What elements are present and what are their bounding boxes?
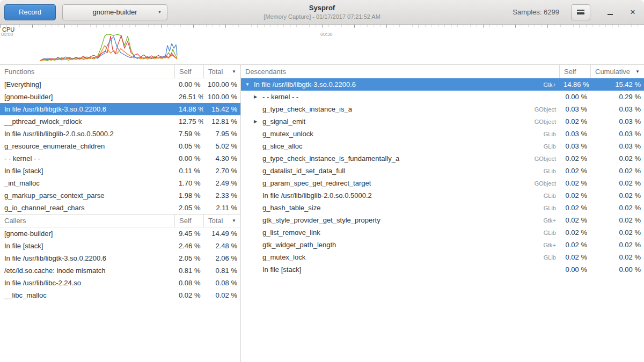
table-row[interactable]: [Everything]0.00 %100.00 % bbox=[0, 78, 240, 91]
tree-row[interactable]: g_param_spec_get_redirect_targetGObject0… bbox=[241, 177, 644, 189]
tree-row[interactable]: g_hash_table_sizeGLib0.02 %0.02 % bbox=[241, 202, 644, 214]
total-value: 2.06 % bbox=[203, 254, 240, 262]
table-row[interactable]: __pthread_rwlock_rdlock12.75 %12.81 % bbox=[0, 115, 240, 128]
self-value: 0.02 % bbox=[559, 117, 590, 125]
sort-descending-icon: ▼ bbox=[633, 69, 640, 74]
tree-row[interactable]: g_type_check_instance_is_fundamentally_a… bbox=[241, 152, 644, 165]
self-value: 0.02 % bbox=[559, 179, 590, 187]
category-badge: GObject bbox=[530, 106, 556, 113]
table-row[interactable]: In file /usr/lib/libgtk-3.so.0.2200.62.0… bbox=[0, 252, 240, 264]
expander-collapsed-icon[interactable]: ▶ bbox=[254, 95, 262, 99]
descendant-label: In file /usr/lib/libgtk-3.so.0.2200.6 bbox=[254, 80, 356, 88]
table-row[interactable]: _int_malloc1.70 %2.49 % bbox=[0, 177, 240, 189]
tree-row[interactable]: g_datalist_id_set_data_fullGLib0.02 %0.0… bbox=[241, 165, 644, 177]
table-row[interactable]: In file /usr/lib/libglib-2.0.so.0.5000.2… bbox=[0, 128, 240, 140]
descendants-table-header: Descendants Self Cumulative ▼ bbox=[241, 65, 644, 78]
column-header-functions[interactable]: Functions bbox=[0, 65, 174, 78]
cumulative-value: 0.02 % bbox=[590, 191, 644, 200]
self-value: 14.86 % bbox=[174, 105, 203, 113]
menu-button[interactable] bbox=[571, 4, 590, 20]
function-name: g_resource_enumerate_children bbox=[0, 142, 174, 150]
tree-row[interactable]: ▼In file /usr/lib/libgtk-3.so.0.2200.6Gt… bbox=[241, 78, 644, 91]
column-label: Total bbox=[208, 217, 223, 225]
column-header-descendants[interactable]: Descendants bbox=[241, 65, 559, 78]
cpu-timeline[interactable]: CPU 00:00 00:30 bbox=[0, 25, 644, 65]
self-value: 0.02 % bbox=[559, 253, 590, 261]
descendant-name-cell: gtk_widget_path_lengthGtk+ bbox=[241, 241, 559, 249]
function-name: In file /usr/lib/libglib-2.0.so.0.5000.2 bbox=[0, 130, 174, 138]
tree-row[interactable]: g_mutex_unlockGLib0.03 %0.03 % bbox=[241, 128, 644, 140]
self-value: 2.46 % bbox=[174, 242, 203, 250]
category-badge: GLib bbox=[539, 230, 556, 236]
table-row[interactable]: __libc_malloc0.02 %0.02 % bbox=[0, 289, 240, 301]
column-label: Callers bbox=[4, 217, 26, 225]
tree-row[interactable]: g_mutex_lockGLib0.02 %0.02 % bbox=[241, 251, 644, 263]
cpu-usage-chart bbox=[0, 25, 644, 65]
total-value: 14.49 % bbox=[203, 230, 240, 238]
self-value: 2.05 % bbox=[174, 254, 203, 262]
tree-row[interactable]: gtk_style_provider_get_style_propertyGtk… bbox=[241, 214, 644, 226]
descendant-label: In file /usr/lib/libglib-2.0.so.0.5000.2 bbox=[262, 191, 372, 200]
minimize-button[interactable] bbox=[603, 5, 617, 19]
tree-row[interactable]: g_type_check_instance_is_aGObject0.03 %0… bbox=[241, 103, 644, 115]
table-row[interactable]: In file /usr/lib/libc-2.24.so0.08 %0.08 … bbox=[0, 277, 240, 289]
tree-row[interactable]: In file /usr/lib/libglib-2.0.so.0.5000.2… bbox=[241, 189, 644, 202]
column-label: Self bbox=[564, 68, 576, 76]
descendant-name-cell: g_param_spec_get_redirect_targetGObject bbox=[241, 179, 559, 187]
table-row[interactable]: g_markup_parse_context_parse1.98 %2.33 % bbox=[0, 189, 240, 202]
category-badge: GLib bbox=[539, 254, 556, 261]
descendant-name-cell: ▼In file /usr/lib/libgtk-3.so.0.2200.6Gt… bbox=[241, 80, 559, 88]
table-row[interactable]: [gnome-builder]9.45 %14.49 % bbox=[0, 227, 240, 240]
self-value: 0.00 % bbox=[559, 93, 590, 101]
table-row[interactable]: g_io_channel_read_chars2.05 %2.11 % bbox=[0, 202, 240, 214]
close-button[interactable]: × bbox=[626, 5, 640, 19]
tree-row[interactable]: g_list_remove_linkGLib0.02 %0.02 % bbox=[241, 226, 644, 239]
tree-row[interactable]: ▶- - kernel - -0.00 %0.29 % bbox=[241, 91, 644, 103]
descendant-label: g_datalist_id_set_data_full bbox=[262, 167, 345, 175]
total-value: 5.02 % bbox=[203, 142, 240, 150]
header-right-controls: Samples: 6299 × bbox=[513, 4, 640, 20]
table-row[interactable]: /etc/ld.so.cache: inode mismatch0.81 %0.… bbox=[0, 264, 240, 277]
descendant-name-cell: In file /usr/lib/libglib-2.0.so.0.5000.2… bbox=[241, 191, 559, 200]
column-header-total[interactable]: Total ▼ bbox=[203, 215, 240, 227]
descendant-name-cell: g_hash_table_sizeGLib bbox=[241, 204, 559, 212]
column-header-callers[interactable]: Callers bbox=[0, 215, 174, 227]
function-name: In file /usr/lib/libc-2.24.so bbox=[0, 279, 174, 287]
descendant-label: g_type_check_instance_is_fundamentally_a bbox=[262, 154, 399, 162]
function-name: In file [stack] bbox=[0, 242, 174, 250]
tree-row[interactable]: g_slice_allocGLib0.03 %0.03 % bbox=[241, 140, 644, 152]
sort-descending-icon: ▼ bbox=[230, 69, 236, 74]
table-row[interactable]: g_resource_enumerate_children0.05 %5.02 … bbox=[0, 140, 240, 152]
category-badge: GLib bbox=[539, 168, 556, 174]
column-header-self[interactable]: Self bbox=[174, 65, 203, 78]
table-row[interactable]: - - kernel - -0.00 %4.30 % bbox=[0, 152, 240, 165]
descendant-label: In file [stack] bbox=[262, 265, 301, 274]
column-header-self[interactable]: Self bbox=[559, 65, 590, 78]
table-row[interactable]: [gnome-builder]26.51 %100.00 % bbox=[0, 91, 240, 103]
tree-row[interactable]: In file [stack]0.00 %0.00 % bbox=[241, 263, 644, 276]
function-name: __pthread_rwlock_rdlock bbox=[0, 117, 174, 125]
table-row[interactable]: In file [stack]2.46 %2.48 % bbox=[0, 240, 240, 252]
function-name: _int_malloc bbox=[0, 179, 174, 187]
column-header-self[interactable]: Self bbox=[174, 215, 203, 227]
tree-row[interactable]: ▶g_signal_emitGObject0.02 %0.03 % bbox=[241, 115, 644, 128]
total-value: 2.11 % bbox=[203, 204, 240, 212]
column-header-cumulative[interactable]: Cumulative ▼ bbox=[590, 65, 644, 78]
function-name: - - kernel - - bbox=[0, 154, 174, 162]
table-row[interactable]: In file /usr/lib/libgtk-3.so.0.2200.614.… bbox=[0, 103, 240, 115]
cumulative-value: 0.29 % bbox=[590, 93, 644, 101]
category-badge: Gtk+ bbox=[539, 217, 556, 224]
tree-row[interactable]: gtk_widget_path_lengthGtk+0.02 %0.02 % bbox=[241, 239, 644, 251]
table-row[interactable]: In file [stack]0.11 %2.70 % bbox=[0, 165, 240, 177]
expander-collapsed-icon[interactable]: ▶ bbox=[254, 120, 262, 124]
time-label-mid: 00:30 bbox=[320, 32, 333, 37]
chevron-down-icon: ▼ bbox=[158, 10, 162, 14]
column-header-total[interactable]: Total ▼ bbox=[203, 65, 240, 78]
process-selector-dropdown[interactable]: gnome-builder ▼ bbox=[62, 4, 167, 20]
total-value: 4.30 % bbox=[203, 154, 240, 162]
sysprof-window: { "icons": { "dropdown": "▼", "sort": "▼… bbox=[0, 0, 644, 362]
expander-expanded-icon[interactable]: ▼ bbox=[245, 83, 254, 87]
cumulative-value: 0.03 % bbox=[590, 142, 644, 150]
record-button[interactable]: Record bbox=[4, 4, 56, 20]
self-value: 12.75 % bbox=[174, 117, 203, 125]
